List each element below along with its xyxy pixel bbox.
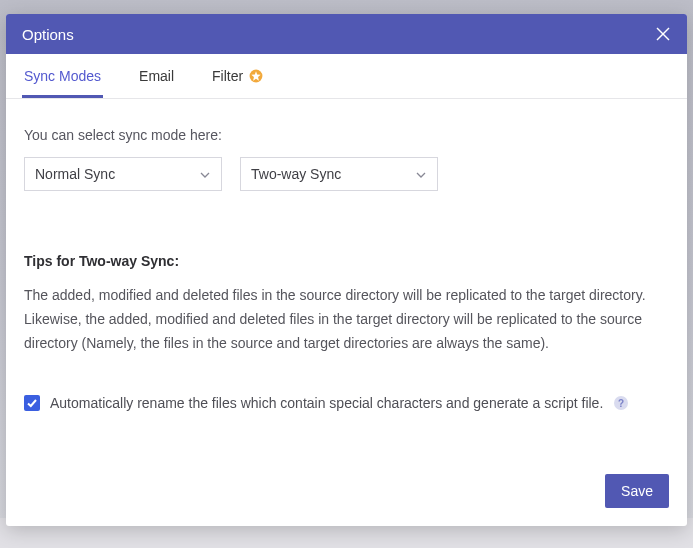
dialog-body: You can select sync mode here: Normal Sy…	[6, 99, 687, 428]
close-icon[interactable]	[655, 26, 671, 42]
dialog-title: Options	[22, 26, 74, 43]
help-icon[interactable]: ?	[613, 395, 629, 411]
options-dialog: Options Sync Modes Email Filter You ca	[6, 14, 687, 526]
tab-email[interactable]: Email	[137, 54, 176, 98]
select-value: Normal Sync	[35, 166, 115, 182]
instruction-text: You can select sync mode here:	[24, 127, 669, 143]
tips-heading: Tips for Two-way Sync:	[24, 253, 669, 269]
sync-mode-select-2[interactable]: Two-way Sync	[240, 157, 438, 191]
save-button[interactable]: Save	[605, 474, 669, 508]
star-icon	[249, 69, 263, 83]
chevron-down-icon	[415, 168, 427, 180]
svg-text:?: ?	[618, 398, 624, 409]
tab-label: Sync Modes	[24, 68, 101, 84]
sync-mode-select-1[interactable]: Normal Sync	[24, 157, 222, 191]
chevron-down-icon	[199, 168, 211, 180]
select-row: Normal Sync Two-way Sync	[24, 157, 669, 191]
dialog-header: Options	[6, 14, 687, 54]
select-value: Two-way Sync	[251, 166, 341, 182]
tips-body: The added, modified and deleted files in…	[24, 283, 669, 355]
auto-rename-row: Automatically rename the files which con…	[24, 395, 669, 411]
tabs-bar: Sync Modes Email Filter	[6, 54, 687, 99]
tab-label: Email	[139, 68, 174, 84]
auto-rename-label: Automatically rename the files which con…	[50, 395, 603, 411]
tab-label: Filter	[212, 68, 243, 84]
dialog-footer: Save	[6, 474, 687, 526]
auto-rename-checkbox[interactable]	[24, 395, 40, 411]
tab-filter[interactable]: Filter	[210, 54, 265, 98]
tab-sync-modes[interactable]: Sync Modes	[22, 54, 103, 98]
